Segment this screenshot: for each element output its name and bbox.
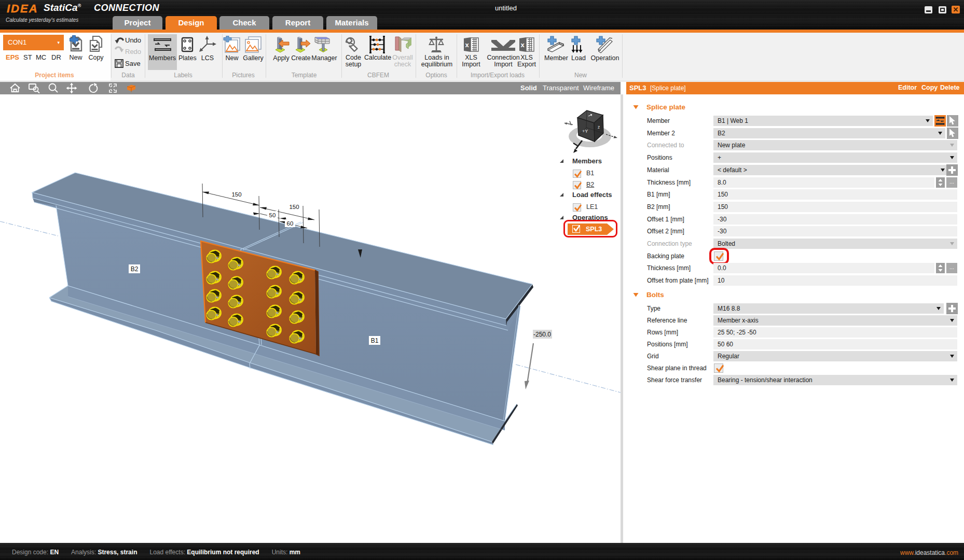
svg-text:B1: B1 (371, 337, 379, 344)
svg-text:60: 60 (287, 220, 294, 227)
svg-text:50: 50 (269, 212, 276, 218)
svg-text:B2: B2 (131, 265, 139, 273)
svg-text:150: 150 (289, 204, 299, 210)
svg-text:150: 150 (231, 191, 241, 198)
svg-text:-250.0: -250.0 (533, 331, 551, 338)
svg-text:z: z (598, 124, 600, 130)
svg-text:x: x (465, 41, 469, 49)
svg-text:x: x (520, 41, 525, 49)
svg-text:+Y: +Y (582, 129, 588, 134)
